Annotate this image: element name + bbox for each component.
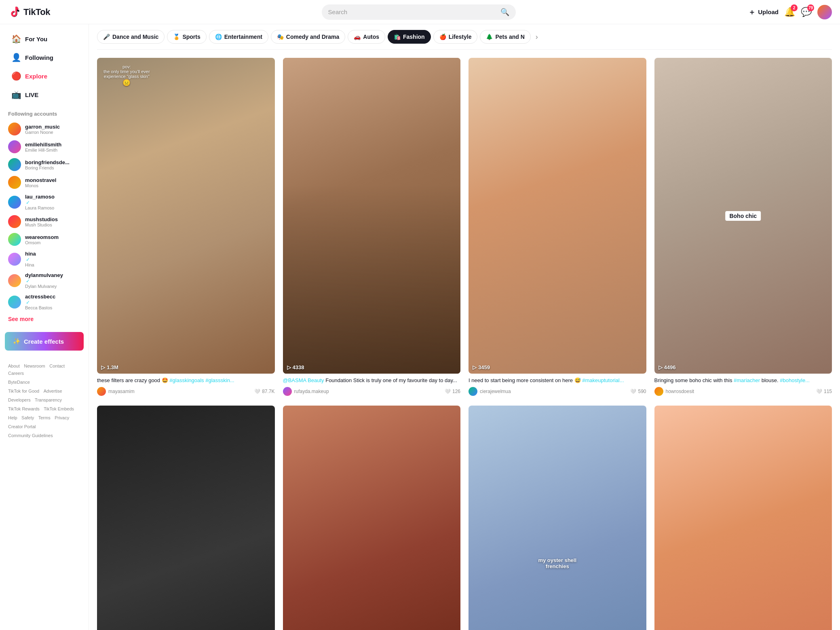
tabs-next-chevron[interactable]: ›	[533, 30, 540, 44]
see-more-link[interactable]: See more	[0, 313, 89, 326]
video-card-7[interactable]: my oyster shellfrenchies ▷3.3M so simple…	[469, 406, 646, 630]
footer-about[interactable]: About	[8, 364, 20, 368]
lifestyle-icon: 🍎	[439, 34, 446, 40]
account-avatar	[8, 176, 21, 189]
tab-comedy-drama[interactable]: 🎭 Comedy and Drama	[271, 30, 345, 44]
video-meta-1: mayasamim 🤍87.7K	[97, 387, 275, 396]
tab-autos[interactable]: 🚗 Autos	[348, 30, 385, 44]
account-avatar	[8, 274, 21, 287]
search-inner: 🔍	[322, 4, 516, 20]
author-avatar-3	[469, 387, 477, 396]
video-desc-2: @BASMA Beauty Foundation Stick is truly …	[283, 377, 461, 384]
video-views-4: ▷4496	[658, 364, 676, 370]
footer-advertise[interactable]: Advertise	[44, 389, 62, 393]
following-account-becca[interactable]: actressbecc✓ Becca Bastos	[0, 291, 89, 313]
video-author-2: rufayda.makeup	[283, 387, 329, 396]
video-info-4: Bringing some boho chic with this #maria…	[654, 374, 832, 397]
video-meta-3: cierajewelmua 🤍590	[469, 387, 646, 396]
upload-button[interactable]: ＋ Upload	[748, 7, 779, 17]
video-card-6[interactable]: ▷16.9K les coupes garçonnes les plus rec…	[283, 406, 461, 630]
footer-transparency[interactable]: Transparency	[35, 397, 62, 402]
pets-icon: 🌲	[486, 34, 493, 40]
video-views-2: ▷4338	[287, 364, 304, 370]
footer-terms[interactable]: Terms	[38, 415, 51, 420]
video-author-1: mayasamim	[97, 387, 135, 396]
search-input[interactable]	[328, 8, 497, 15]
footer-developers[interactable]: Developers	[8, 397, 31, 402]
following-account-emilie[interactable]: emiliehillsmith Emilie Hill-Smith	[0, 138, 89, 156]
video-likes-1: 🤍87.7K	[254, 389, 274, 394]
following-account-hina[interactable]: hina✓ Hina	[0, 248, 89, 270]
tab-entertainment[interactable]: 🌐 Entertainment	[209, 30, 268, 44]
sidebar: 🏠 For You 👤 Following 🔴 Explore 📺 LIVE F…	[0, 24, 89, 630]
video-likes-2: 🤍126	[445, 389, 460, 394]
following-account-lau[interactable]: lau_ramoso✓ Laura Ramoso	[0, 191, 89, 213]
video-meta-4: howrosdoesit 🤍115	[654, 387, 832, 396]
autos-icon: 🚗	[354, 34, 361, 40]
video-thumbnail-6: ▷16.9K	[283, 406, 461, 630]
search-icon[interactable]: 🔍	[500, 8, 509, 17]
effects-icon: ✨	[13, 338, 21, 345]
following-account-mush[interactable]: mushstudios Mush Studios	[0, 213, 89, 230]
wishlist-icon[interactable]: 🔔 2	[784, 7, 795, 17]
following-account-dylan[interactable]: dylanmulvaney✓ Dylan Mulvaney	[0, 270, 89, 291]
video-card-1[interactable]: pov: the only time you'll ever experienc…	[97, 58, 275, 397]
footer-privacy[interactable]: Privacy	[55, 415, 69, 420]
tab-sports[interactable]: 🏅 Sports	[167, 30, 206, 44]
video-views-3: ▷3459	[473, 364, 490, 370]
video-card-5[interactable]: ▷21.4K Lash Lift and Brow Lamination 🤩 #…	[97, 406, 275, 630]
video-card-3[interactable]: ▷3459 I need to start being more consist…	[469, 58, 646, 397]
footer-creator-portal[interactable]: Creator Portal	[8, 424, 36, 429]
fashion-icon: 🛍️	[394, 34, 401, 40]
footer-links: About Newsroom Contact Careers ByteDance…	[0, 357, 89, 445]
main-layout: 🏠 For You 👤 Following 🔴 Explore 📺 LIVE F…	[0, 24, 840, 630]
account-avatar	[8, 296, 21, 309]
video-thumbnail-4: Boho chic ▷4496	[654, 58, 832, 374]
footer-safety[interactable]: Safety	[21, 415, 34, 420]
account-avatar	[8, 140, 21, 153]
footer-community-guidelines[interactable]: Community Guidelines	[8, 433, 53, 438]
live-icon: 📺	[11, 90, 21, 99]
footer-careers[interactable]: Careers	[8, 371, 24, 376]
user-avatar[interactable]	[817, 5, 832, 19]
sidebar-item-following[interactable]: 👤 Following	[3, 49, 85, 66]
tab-lifestyle[interactable]: 🍎 Lifestyle	[433, 30, 478, 44]
video-views-1: ▷1.3M	[101, 364, 118, 370]
following-account-omsom[interactable]: weareomsom Omsom	[0, 230, 89, 248]
sidebar-item-live[interactable]: 📺 LIVE	[3, 86, 85, 104]
tab-dance-music[interactable]: 🎤 Dance and Music	[97, 30, 165, 44]
sports-icon: 🏅	[173, 34, 180, 40]
sidebar-item-explore[interactable]: 🔴 Explore	[3, 67, 85, 85]
video-meta-2: rufayda.makeup 🤍126	[283, 387, 461, 396]
video-card-4[interactable]: Boho chic ▷4496 Bringing some boho chic …	[654, 58, 832, 397]
tab-pets[interactable]: 🌲 Pets and N	[480, 30, 530, 44]
footer-contact[interactable]: Contact	[49, 364, 65, 368]
footer-help[interactable]: Help	[8, 415, 17, 420]
author-avatar-1	[97, 387, 106, 396]
dance-music-icon: 🎤	[103, 34, 110, 40]
create-effects-button[interactable]: ✨ Create effects	[5, 332, 84, 351]
account-avatar	[8, 233, 21, 246]
author-avatar-4	[654, 387, 663, 396]
footer-newsroom[interactable]: Newsroom	[24, 364, 45, 368]
footer-embeds[interactable]: TikTok Embeds	[44, 406, 74, 411]
tiktok-logo-icon[interactable]	[8, 6, 21, 19]
footer-rewards[interactable]: TikTok Rewards	[8, 406, 40, 411]
video-thumbnail-7: my oyster shellfrenchies ▷3.3M	[469, 406, 646, 630]
video-grid: pov: the only time you'll ever experienc…	[97, 50, 832, 630]
footer-bytedance[interactable]: ByteDance	[8, 380, 30, 385]
following-account-monos[interactable]: monostravel Monos	[0, 173, 89, 191]
messages-icon[interactable]: 💬 79	[801, 7, 812, 17]
video-card-8[interactable]: GRWM 🤩 ▷21.3K 🤩 #hair #hairtok #haircare…	[654, 406, 832, 630]
sidebar-item-for-you[interactable]: 🏠 For You	[3, 30, 85, 48]
account-avatar	[8, 158, 21, 171]
logo-area: TikTok	[8, 6, 89, 19]
following-account-boring[interactable]: boringfriendsde... Boring Friends	[0, 156, 89, 173]
video-desc-1: these filters are crazy good 🤩 #glasskin…	[97, 377, 275, 384]
tab-fashion[interactable]: 🛍️ Fashion	[388, 30, 431, 44]
video-likes-3: 🤍590	[630, 389, 646, 394]
video-card-2[interactable]: ▷4338 @BASMA Beauty Foundation Stick is …	[283, 58, 461, 397]
following-account-garron[interactable]: garron_music Garron Noone	[0, 120, 89, 138]
footer-tiktok-good[interactable]: TikTok for Good	[8, 389, 39, 393]
video-author-3: cierajewelmua	[469, 387, 511, 396]
